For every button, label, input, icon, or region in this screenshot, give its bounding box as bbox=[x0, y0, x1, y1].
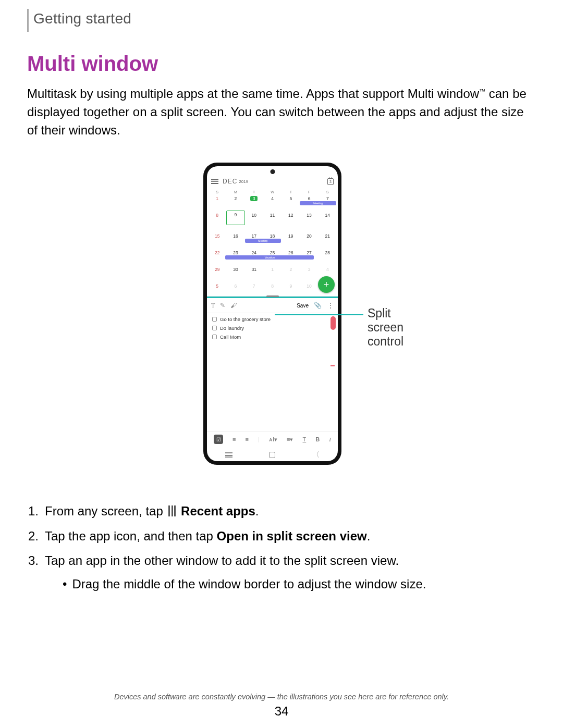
cursor-mark bbox=[331, 365, 335, 366]
step1-text-a: From any screen, tap bbox=[45, 504, 163, 518]
phone-frame: DEC 2019 3 S M T W T F S 12345 6Meeting bbox=[203, 163, 341, 465]
nav-recent-icon[interactable] bbox=[225, 452, 232, 458]
step-2: Tap the app icon, and then tap Open in s… bbox=[45, 526, 536, 546]
today-icon[interactable]: 3 bbox=[327, 178, 334, 185]
nav-back-icon[interactable]: 〈 bbox=[312, 450, 320, 460]
task-item[interactable]: Go to the grocery store bbox=[212, 316, 333, 322]
dow: S bbox=[319, 190, 337, 194]
page-number: 34 bbox=[0, 704, 563, 719]
attach-icon[interactable]: 📎 bbox=[314, 302, 322, 309]
calendar-month: DEC bbox=[223, 178, 237, 185]
system-nav-bar: 〈 bbox=[207, 447, 338, 461]
align-icon[interactable]: ≡▾ bbox=[287, 436, 293, 443]
step-3-sub: Drag the middle of the window border to … bbox=[63, 574, 536, 594]
font-size-icon[interactable]: ᴀI▾ bbox=[269, 436, 277, 443]
step1-bold: Recent apps bbox=[181, 504, 255, 518]
section-label: Getting started bbox=[33, 10, 536, 27]
brush-tool-icon[interactable]: 🖌 bbox=[230, 302, 237, 309]
scroll-handle[interactable] bbox=[331, 316, 336, 330]
checkbox-icon[interactable] bbox=[212, 317, 217, 322]
day-of-week-row: S M T W T F S bbox=[207, 188, 338, 195]
bold-icon[interactable]: B bbox=[315, 436, 320, 442]
footnote: Devices and software are constantly evol… bbox=[0, 693, 563, 701]
calendar-header: DEC 2019 3 bbox=[207, 176, 338, 188]
intro-paragraph: Multitask by using multiple apps at the … bbox=[27, 85, 536, 139]
callout-label: Split screen control bbox=[368, 306, 427, 349]
figure-area: DEC 2019 3 S M T W T F S 12345 6Meeting bbox=[136, 163, 427, 475]
step3-text: Tap an app in the other window to add it… bbox=[45, 553, 399, 567]
checklist-toggle-icon[interactable]: ☑ bbox=[214, 435, 223, 444]
header-accent-rule bbox=[27, 9, 29, 32]
save-button[interactable]: Save bbox=[297, 303, 309, 309]
text-tool-icon[interactable]: T bbox=[211, 302, 215, 310]
dow: T bbox=[282, 190, 300, 194]
more-icon[interactable]: ⋮ bbox=[327, 301, 334, 310]
step-1: From any screen, tap Recent apps. bbox=[45, 501, 536, 521]
task-item[interactable]: Call Mom bbox=[212, 334, 333, 340]
recent-apps-icon bbox=[168, 505, 176, 516]
menu-icon[interactable] bbox=[211, 179, 218, 184]
calendar-year: 2019 bbox=[239, 179, 248, 184]
callout-leader-line bbox=[275, 314, 363, 315]
split-screen-handle[interactable] bbox=[207, 297, 338, 298]
dow: F bbox=[300, 190, 318, 194]
calendar-grid[interactable]: 12345 6Meeting 7 891011121314 1516 17Mee… bbox=[207, 195, 338, 292]
divider: | bbox=[258, 436, 260, 442]
step-3: Tap an app in the other window to add it… bbox=[45, 551, 536, 594]
dow: M bbox=[226, 190, 244, 194]
task-text: Do laundry bbox=[220, 325, 244, 331]
tm-mark: ™ bbox=[479, 88, 485, 95]
pen-tool-icon[interactable]: ✎ bbox=[220, 302, 225, 309]
intro-a: Multitask by using multiple apps at the … bbox=[27, 87, 479, 101]
number-list-icon[interactable]: ≡ bbox=[246, 436, 249, 442]
step1-period: . bbox=[255, 504, 259, 518]
notes-toolbar: T ✎ 🖌 Save 📎 ⋮ bbox=[207, 298, 338, 313]
dow: T bbox=[245, 190, 263, 194]
notes-body[interactable]: Go to the grocery store Do laundry Call … bbox=[207, 313, 338, 431]
italic-icon[interactable]: I bbox=[329, 436, 331, 442]
camera-notch bbox=[270, 169, 275, 174]
underline-icon[interactable]: T bbox=[302, 436, 306, 442]
dow: W bbox=[263, 190, 282, 194]
page-title: Multi window bbox=[27, 52, 536, 76]
checkbox-icon[interactable] bbox=[212, 335, 217, 339]
step2-period: . bbox=[367, 529, 371, 543]
step2-text-a: Tap the app icon, and then tap bbox=[45, 529, 217, 543]
bullet-list-icon[interactable]: ≡ bbox=[232, 436, 236, 442]
nav-home-icon[interactable] bbox=[269, 452, 275, 458]
task-text: Go to the grocery store bbox=[220, 316, 271, 322]
phone-screen: DEC 2019 3 S M T W T F S 12345 6Meeting bbox=[207, 166, 338, 461]
task-text: Call Mom bbox=[220, 334, 241, 340]
checkbox-icon[interactable] bbox=[212, 326, 217, 330]
step2-bold: Open in split screen view bbox=[217, 529, 367, 543]
instruction-steps: From any screen, tap Recent apps. Tap th… bbox=[27, 501, 536, 594]
dow: S bbox=[208, 190, 226, 194]
step3-sub-text: Drag the middle of the window border to … bbox=[72, 577, 426, 591]
format-toolbar: ☑ ≡ ≡ | ᴀI▾ ≡▾ T B I bbox=[207, 431, 338, 447]
task-item[interactable]: Do laundry bbox=[212, 325, 333, 331]
calendar-app: DEC 2019 3 S M T W T F S 12345 6Meeting bbox=[207, 176, 338, 297]
